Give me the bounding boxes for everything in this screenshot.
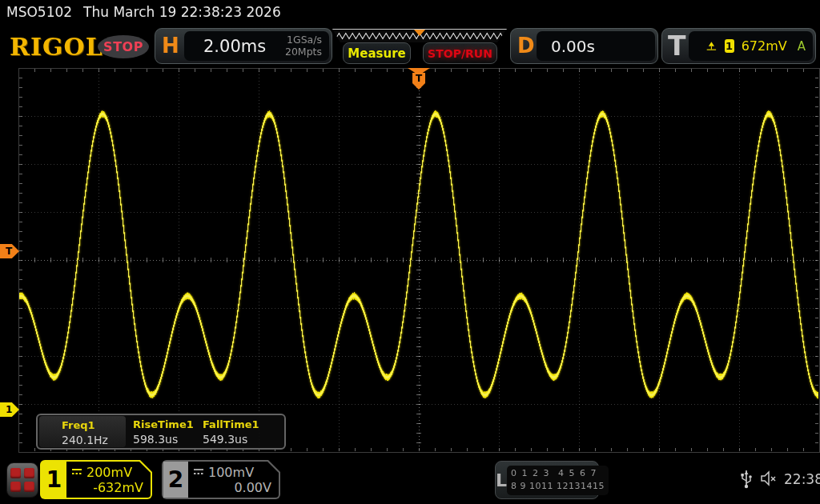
menu-square [10, 482, 21, 492]
measurement-panel[interactable]: Freq1 240.1Hz RiseTime1 598.3us FallTime… [36, 414, 286, 450]
measure-button[interactable]: Measure [343, 42, 411, 64]
model-name: MSO5102 [6, 4, 72, 20]
logic-row-1: 0 1 2 3 4 5 6 7 [511, 468, 597, 478]
stop-run-button[interactable]: STOP/RUN [423, 42, 497, 64]
measurement-value: 549.3us [203, 433, 259, 446]
trigger-source-badge: 1 [725, 39, 734, 53]
waveform-overview-strip[interactable] [332, 29, 507, 42]
measurement-value: 598.3us [133, 433, 195, 446]
trigger-label: T [668, 30, 686, 62]
horizontal-settings-block[interactable]: H 2.00ms 1GSa/s20Mpts [155, 28, 332, 64]
logic-label: L [496, 470, 507, 490]
measurement-label: RiseTime1 [133, 418, 195, 430]
delay-settings-block[interactable]: D 0.00s [510, 28, 658, 64]
horizontal-label: H [162, 34, 179, 58]
channel-2-block[interactable]: 2 100mV 0.00V [162, 460, 280, 499]
status-clock: 22:38 [784, 471, 820, 487]
measurement-risetime[interactable]: RiseTime1 598.3us [126, 415, 195, 448]
menu-square [24, 468, 34, 478]
trigger-position-marker[interactable]: T [408, 68, 430, 92]
trigger-settings-block[interactable]: T 1 672mV A [661, 28, 816, 64]
delay-label: D [517, 34, 535, 58]
channel-2-offset: 0.00V [193, 480, 271, 495]
channel-1-offset: -632mV [71, 480, 143, 495]
measurement-label: Freq1 [62, 419, 126, 431]
measurement-freq[interactable]: Freq1 240.1Hz [39, 416, 126, 447]
datetime: Thu March 19 22:38:23 2026 [83, 4, 281, 20]
trigger-sweep-mode: A [798, 39, 806, 54]
rising-edge-icon [706, 39, 718, 53]
system-info-bar: MSO5102Thu March 19 22:38:23 2026 [6, 4, 281, 20]
channel-1-number: 1 [42, 462, 66, 498]
run-state-badge: STOP [98, 35, 149, 58]
channel-1-block[interactable]: 1 200mV -632mV [40, 460, 152, 499]
trigger-level-value: 672mV [742, 38, 787, 54]
usb-icon [740, 466, 753, 490]
measurement-falltime[interactable]: FallTime1 549.3us [195, 415, 259, 448]
measurement-value: 240.1Hz [62, 434, 126, 446]
overview-trigger-pointer-icon[interactable] [414, 30, 425, 36]
delay-value: 0.00s [551, 37, 595, 56]
timebase-value: 2.00ms [203, 37, 266, 56]
sample-rate: 1GSa/s [287, 34, 322, 46]
grid-menu-icon[interactable] [6, 462, 38, 498]
logic-channel-numbers: 0 1 2 3 4 5 6 78 9 1011 12131415 [507, 466, 609, 495]
trigger-position-letter: T [416, 73, 423, 84]
menu-square [24, 482, 34, 492]
oscilloscope-screen: MSO5102Thu March 19 22:38:23 2026 RIGOL … [0, 0, 820, 504]
measurement-label: FallTime1 [203, 418, 259, 430]
rigol-logo: RIGOL [10, 33, 103, 61]
channel-2-number: 2 [163, 462, 188, 498]
acquisition-info: 1GSa/s20Mpts [285, 34, 322, 58]
memory-depth: 20Mpts [285, 46, 322, 58]
logic-channels-block[interactable]: L 0 1 2 3 4 5 6 78 9 1011 12131415 [495, 461, 599, 499]
logic-row-2: 8 9 1011 12131415 [511, 481, 605, 491]
channel-2-scale: 100mV [208, 465, 254, 480]
menu-square [10, 468, 21, 478]
dc-coupling-icon [71, 468, 82, 476]
speaker-muted-icon [760, 470, 779, 486]
dc-coupling-icon [193, 468, 204, 476]
channel-1-scale: 200mV [86, 465, 132, 480]
